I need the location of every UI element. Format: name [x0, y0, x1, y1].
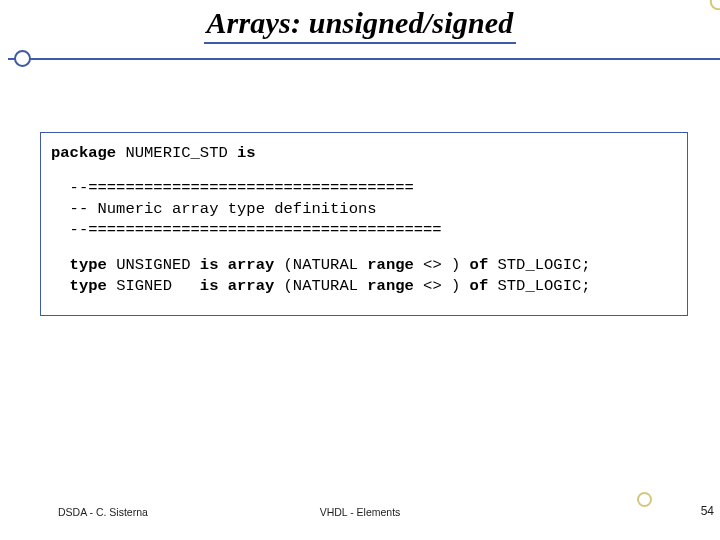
code-text — [51, 256, 70, 274]
code-text: UNSIGNED — [107, 256, 200, 274]
code-text: STD_LOGIC; — [488, 277, 590, 295]
kw-of: of — [470, 256, 489, 274]
code-package-line: package NUMERIC_STD is — [51, 143, 675, 164]
kw-is-array: is array — [200, 277, 274, 295]
code-text: NUMERIC_STD — [116, 144, 237, 162]
kw-range: range — [367, 256, 414, 274]
code-box: package NUMERIC_STD is --===============… — [40, 132, 688, 316]
kw-type: type — [70, 256, 107, 274]
code-text: --====================================== — [70, 221, 442, 239]
code-text — [51, 200, 70, 218]
page-number: 54 — [701, 504, 714, 518]
code-text: <> ) — [414, 277, 470, 295]
code-text: -- Numeric array type definitions — [70, 200, 377, 218]
code-text: (NATURAL — [274, 256, 367, 274]
code-text — [51, 277, 70, 295]
code-text: --=================================== — [70, 179, 414, 197]
kw-is-array: is array — [200, 256, 274, 274]
title-wrap: Arrays: unsigned/signed — [0, 6, 720, 44]
slide-title: Arrays: unsigned/signed — [204, 6, 515, 44]
decorative-circle-bottom-right — [637, 492, 652, 507]
slide: Arrays: unsigned/signed package NUMERIC_… — [0, 0, 720, 540]
kw-package: package — [51, 144, 116, 162]
header-rule — [8, 58, 720, 60]
code-sep-line: --=================================== — [51, 178, 675, 199]
code-text: STD_LOGIC; — [488, 256, 590, 274]
code-text — [51, 179, 70, 197]
code-text: (NATURAL — [274, 277, 367, 295]
kw-range: range — [367, 277, 414, 295]
code-text: <> ) — [414, 256, 470, 274]
kw-of: of — [470, 277, 489, 295]
code-type-signed: type SIGNED is array (NATURAL range <> )… — [51, 276, 675, 297]
kw-type: type — [70, 277, 107, 295]
code-type-unsigned: type UNSIGNED is array (NATURAL range <>… — [51, 255, 675, 276]
kw-is: is — [237, 144, 256, 162]
code-text — [51, 221, 70, 239]
footer-center: VHDL - Elements — [0, 506, 720, 518]
decorative-circle-left — [14, 50, 31, 67]
code-sep-line: --====================================== — [51, 220, 675, 241]
code-text: SIGNED — [107, 277, 200, 295]
code-comment-line: -- Numeric array type definitions — [51, 199, 675, 220]
